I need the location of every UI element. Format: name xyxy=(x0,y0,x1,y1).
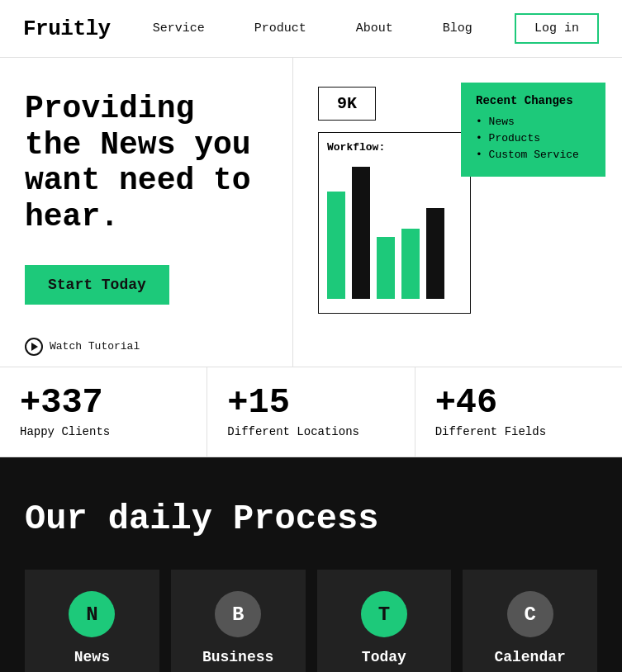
chart-bar xyxy=(377,237,395,299)
process-card: C Calendar And more recently with deskto… xyxy=(463,570,597,672)
process-card: N News And more recently with desktop pu… xyxy=(25,570,159,672)
rc-item-news: • News xyxy=(476,116,591,128)
login-button[interactable]: Log in xyxy=(515,13,599,44)
card-icon: B xyxy=(215,591,261,637)
play-triangle xyxy=(31,343,38,351)
card-title: Business xyxy=(186,649,291,665)
card-title: Today xyxy=(332,649,437,665)
chart-bar xyxy=(327,192,345,299)
stat-label: Different Fields xyxy=(435,425,602,438)
recent-changes-box: Recent Changes • News • Products • Custo… xyxy=(461,83,605,177)
rc-item-custom: • Custom Service xyxy=(476,149,591,161)
stat-number: +15 xyxy=(227,386,394,420)
card-icon: T xyxy=(361,591,407,637)
stat-item: +46 Different Fields xyxy=(415,367,622,457)
process-card: T Today And more recently with desktop p… xyxy=(317,570,452,672)
metric-box: 9K xyxy=(318,87,376,121)
hero-right: 9K Workflow: Recent Changes • News • Pro… xyxy=(293,58,622,367)
stat-label: Happy Clients xyxy=(20,425,187,438)
recent-changes-title: Recent Changes xyxy=(476,94,591,107)
process-card: B Business And more recently with deskto… xyxy=(171,570,306,672)
card-title: News xyxy=(40,649,145,665)
stat-item: +15 Different Locations xyxy=(207,367,415,457)
nav-blog[interactable]: Blog xyxy=(418,0,497,58)
start-today-button[interactable]: Start Today xyxy=(25,265,169,305)
nav-service[interactable]: Service xyxy=(128,0,230,58)
hero-left: Providing the News you want need to hear… xyxy=(0,58,293,367)
chart-bar xyxy=(401,229,420,299)
watch-label: Watch Tutorial xyxy=(50,340,140,353)
nav-about[interactable]: About xyxy=(331,0,418,58)
process-cards: N News And more recently with desktop pu… xyxy=(25,570,597,672)
stat-label: Different Locations xyxy=(227,425,394,438)
chart-label: Workflow: xyxy=(327,141,462,154)
process-title: Our daily Process xyxy=(25,499,597,540)
card-icon: C xyxy=(507,591,553,637)
chart-bar xyxy=(426,208,444,299)
stats-section: +337 Happy Clients +15 Different Locatio… xyxy=(0,367,622,457)
process-section: Our daily Process N News And more recent… xyxy=(0,457,622,672)
play-icon xyxy=(25,338,43,356)
watch-tutorial-button[interactable]: Watch Tutorial xyxy=(25,338,268,356)
chart-bars xyxy=(327,159,462,299)
card-icon: N xyxy=(69,591,115,637)
rc-item-products: • Products xyxy=(476,132,591,144)
nav-links: Service Product About Blog xyxy=(128,0,497,58)
logo: Fruitly xyxy=(23,17,111,41)
stat-number: +337 xyxy=(20,386,187,420)
stat-number: +46 xyxy=(435,386,602,420)
card-title: Calendar xyxy=(477,649,582,665)
stat-item: +337 Happy Clients xyxy=(0,367,207,457)
chart-container: Workflow: xyxy=(318,132,471,314)
nav-product[interactable]: Product xyxy=(230,0,331,58)
navbar: Fruitly Service Product About Blog Log i… xyxy=(0,0,622,58)
hero-section: Providing the News you want need to hear… xyxy=(0,58,622,367)
chart-bar xyxy=(352,167,370,299)
hero-title: Providing the News you want need to hear… xyxy=(25,91,268,235)
